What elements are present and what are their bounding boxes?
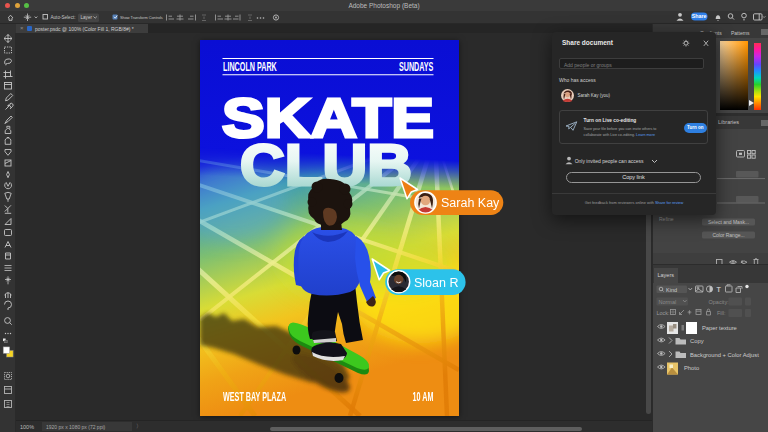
svg-text:T: T [717, 286, 722, 293]
svg-text:Lock:: Lock: [657, 310, 671, 316]
svg-text:Background + Color Adjust: Background + Color Adjust [690, 352, 759, 358]
svg-text:Select and Mask...: Select and Mask... [708, 219, 749, 225]
svg-text:Opacity:: Opacity: [709, 299, 730, 305]
svg-text:Paper texture: Paper texture [702, 325, 737, 331]
svg-text:Sloan R: Sloan R [414, 276, 458, 290]
svg-text:10 AM: 10 AM [413, 391, 434, 404]
svg-text:Normal: Normal [659, 299, 677, 305]
svg-text:Photo: Photo [684, 365, 699, 371]
svg-text:WEST BAY PLAZA: WEST BAY PLAZA [223, 391, 286, 404]
svg-text:Copy: Copy [690, 338, 704, 344]
svg-text:Color Range...: Color Range... [712, 232, 744, 238]
svg-text:Refine: Refine [659, 216, 674, 222]
svg-text:LINCOLN PARK: LINCOLN PARK [223, 60, 277, 73]
svg-text:Show Transform Controls: Show Transform Controls [120, 15, 163, 20]
svg-text:Layer: Layer [81, 15, 93, 20]
svg-text:Fill:: Fill: [717, 310, 726, 316]
svg-text:Sarah Kay: Sarah Kay [441, 196, 500, 210]
svg-text:Kind: Kind [666, 287, 677, 293]
svg-text:Auto-Select:: Auto-Select: [51, 15, 76, 20]
svg-text:SUNDAYS: SUNDAYS [399, 60, 434, 73]
svg-text:Share: Share [692, 13, 707, 19]
